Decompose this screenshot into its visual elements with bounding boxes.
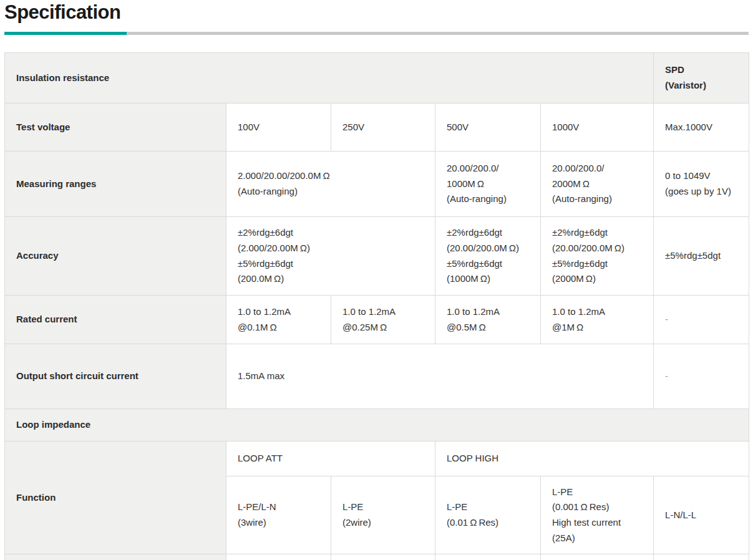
function-high-001ohm: L-PE (0.01 Ω Res) (435, 476, 541, 554)
measuring-ranges-spd: 0 to 1049V (goes up by 1V) (654, 152, 749, 217)
row-insulation-resistance: Insulation resistance SPD (Varistor) (5, 53, 749, 104)
test-voltage-100v: 100V (226, 104, 331, 152)
test-voltage-label: Test voltage (5, 104, 226, 152)
partial-row-cell (435, 554, 541, 560)
measuring-ranges-500v: 20.00/200.0/ 1000M Ω (Auto-ranging) (435, 152, 541, 217)
accuracy-label: Accuracy (5, 217, 226, 296)
accuracy-spd-text: ±5%rdg±5dgt (665, 248, 727, 264)
row-test-voltage: Test voltage 100V 250V 500V 1000V Max.10… (5, 104, 749, 152)
accuracy-500v: ±2%rdg±6dgt (20.00/200.0M Ω) ±5%rdg±6dgt… (435, 217, 541, 296)
row-loop-impedance: Loop impedance (5, 409, 749, 442)
section-title-loop-impedance: Loop impedance (5, 409, 749, 442)
output-short-circuit-spd: - (654, 344, 749, 409)
test-voltage-250v: 250V (331, 104, 435, 152)
partial-row-cell (541, 554, 654, 560)
measuring-ranges-label: Measuring ranges (5, 152, 226, 217)
title-divider-accent (4, 32, 127, 35)
function-att-2wire: L-PE (2wire) (331, 476, 435, 554)
section-title-insulation-resistance: Insulation resistance (5, 53, 654, 104)
output-short-circuit-value: 1.5mA max (226, 344, 654, 409)
partial-row-cell (654, 554, 749, 560)
accuracy-1000v: ±2%rdg±6dgt (20.00/200.0M Ω) ±5%rdg±6dgt… (541, 217, 654, 296)
rated-current-spd: - (654, 296, 749, 344)
function-att-3wire: L-PE/L-N (3wire) (226, 476, 331, 554)
function-high-0001ohm: L-PE (0.001 Ω Res) High test current (25… (541, 476, 654, 554)
rated-current-label: Rated current (5, 296, 226, 344)
title-divider (4, 32, 749, 35)
row-rated-current: Rated current 1.0 to 1.2mA @0.1M Ω 1.0 t… (5, 296, 749, 344)
test-voltage-1000v: 1000V (541, 104, 654, 152)
row-function-headers: Function LOOP ATT LOOP HIGH (5, 442, 749, 476)
function-ln-ll: L-N/L-L (654, 476, 749, 554)
partial-row-label-cell (5, 554, 226, 560)
rated-current-500v: 1.0 to 1.2mA @0.5M Ω (435, 296, 541, 344)
specification-page: Specification Insulation resistance SPD … (4, 0, 749, 560)
partial-row-cell (226, 554, 331, 560)
test-voltage-500v: 500V (435, 104, 541, 152)
partial-row-cell (331, 554, 435, 560)
test-voltage-spd: Max.1000V (654, 104, 749, 152)
row-measuring-ranges: Measuring ranges 2.000/20.00/200.0M Ω (A… (5, 152, 749, 217)
page-title: Specification (4, 0, 749, 24)
measuring-ranges-1000v: 20.00/200.0/ 2000M Ω (Auto-ranging) (541, 152, 654, 217)
row-next-partial (5, 554, 749, 560)
specification-table: Insulation resistance SPD (Varistor) Tes… (4, 52, 749, 560)
rated-current-100v: 1.0 to 1.2mA @0.1M Ω (226, 296, 331, 344)
function-label: Function (5, 442, 226, 554)
measuring-ranges-100-250v: 2.000/20.00/200.0M Ω (Auto-ranging) (226, 152, 435, 217)
accuracy-100-250v: ±2%rdg±6dgt (2.000/20.00M Ω) ±5%rdg±6dgt… (226, 217, 435, 296)
rated-current-1000v: 1.0 to 1.2mA @1M Ω (541, 296, 654, 344)
rated-current-250v: 1.0 to 1.2mA @0.25M Ω (331, 296, 435, 344)
function-loop-att: LOOP ATT (226, 442, 435, 476)
function-loop-high: LOOP HIGH (435, 442, 749, 476)
row-accuracy: Accuracy ±2%rdg±6dgt (2.000/20.00M Ω) ±5… (5, 217, 749, 296)
spd-varistor-header: SPD (Varistor) (654, 53, 749, 104)
output-short-circuit-label: Output short circuit current (5, 344, 226, 409)
accuracy-spd: ±5%rdg±5dgt (654, 217, 749, 296)
row-output-short-circuit-current: Output short circuit current 1.5mA max - (5, 344, 749, 409)
